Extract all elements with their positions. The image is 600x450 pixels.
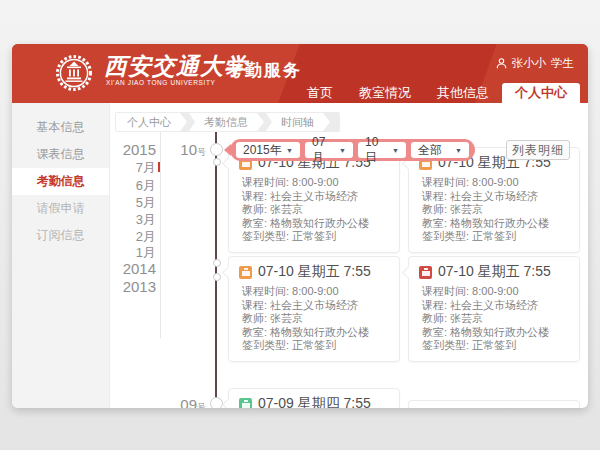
card-field-course-time: 课程时间: 8:00-9:00 bbox=[419, 176, 569, 190]
breadcrumb-attendance-info[interactable]: 考勤信息 bbox=[189, 113, 264, 131]
card-field-course: 课程: 社会主义市场经济 bbox=[239, 190, 389, 204]
attendance-card[interactable]: 07-10 星期五 7:55 课程时间: 8:00-9:00 课程: 社会主义市… bbox=[228, 256, 400, 362]
card-field-classroom: 教室: 格物致知行政办公楼 bbox=[419, 217, 569, 231]
nav-personal-center[interactable]: 个人中心 bbox=[502, 83, 580, 103]
breadcrumb: 个人中心 考勤信息 时间轴 bbox=[115, 112, 340, 132]
chevron-down-icon: ▼ bbox=[286, 147, 293, 154]
app-header: 西安交通大学 XI'AN JIAO TONG UNIVERSITY 考勤服务 张… bbox=[12, 44, 588, 103]
breadcrumb-timeline[interactable]: 时间轴 bbox=[266, 113, 330, 131]
chevron-down-icon: ▼ bbox=[455, 147, 462, 154]
app-window: 西安交通大学 XI'AN JIAO TONG UNIVERSITY 考勤服务 张… bbox=[12, 44, 588, 408]
day-number: 09 bbox=[180, 396, 197, 408]
timeline-node bbox=[213, 158, 221, 166]
card-header: 07-10 星期五 7:55 bbox=[239, 263, 389, 281]
card-field-course-time: 课程时间: 8:00-9:00 bbox=[419, 285, 569, 299]
card-date: 07-09 星期四 7:55 bbox=[258, 395, 371, 408]
status-calendar-icon bbox=[239, 266, 252, 279]
card-field-signin-type: 签到类型: 正常签到 bbox=[419, 230, 569, 244]
person-icon bbox=[496, 58, 507, 69]
card-field-teacher: 教师: 张芸京 bbox=[239, 312, 389, 326]
card-field-signin-type: 签到类型: 正常签到 bbox=[419, 339, 569, 353]
day-suffix: 号 bbox=[197, 402, 206, 408]
month-dropdown[interactable]: 07月 ▼ bbox=[305, 142, 353, 158]
card-field-classroom: 教室: 格物致知行政办公楼 bbox=[239, 217, 389, 231]
card-field-course: 课程: 社会主义市场经济 bbox=[419, 190, 569, 204]
card-header: 07-09 星期四 7:55 bbox=[239, 395, 389, 408]
card-field-classroom: 教室: 格物致知行政办公楼 bbox=[239, 326, 389, 340]
axis-year[interactable]: 2013 bbox=[123, 278, 156, 295]
nav-other-info[interactable]: 其他信息 bbox=[424, 83, 502, 103]
chevron-down-icon: ▼ bbox=[339, 147, 346, 154]
axis-month[interactable]: 7月 bbox=[136, 159, 156, 177]
card-field-classroom: 教室: 格物致知行政办公楼 bbox=[419, 326, 569, 340]
day-dropdown-value: 10日 bbox=[365, 135, 388, 166]
timeline-node bbox=[210, 143, 223, 156]
card-field-teacher: 教师: 张芸京 bbox=[419, 203, 569, 217]
day-marker-label: 10号 bbox=[162, 141, 206, 159]
year-dropdown[interactable]: 2015年 ▼ bbox=[236, 142, 300, 158]
card-field-course-time: 课程时间: 8:00-9:00 bbox=[239, 285, 389, 299]
attendance-card[interactable]: 07-09 星期四 7:55 bbox=[228, 388, 400, 408]
day-marker-label: 09号 bbox=[162, 396, 206, 408]
sidebar-item-leave-request[interactable]: 请假申请 bbox=[12, 195, 109, 222]
attendance-card[interactable]: 07-10 星期五 7:55 课程时间: 8:00-9:00 课程: 社会主义市… bbox=[408, 147, 580, 253]
current-month-marker bbox=[158, 162, 160, 172]
day-suffix: 号 bbox=[197, 147, 206, 157]
sidebar-item-subscription-info[interactable]: 订阅信息 bbox=[12, 222, 109, 249]
sidebar-item-basic-info[interactable]: 基本信息 bbox=[12, 114, 109, 141]
sidebar-item-schedule-info[interactable]: 课表信息 bbox=[12, 141, 109, 168]
user-name: 张小小 bbox=[512, 56, 547, 71]
card-field-teacher: 教师: 张芸京 bbox=[419, 312, 569, 326]
nav-home[interactable]: 首页 bbox=[294, 83, 346, 103]
day-dropdown[interactable]: 10日 ▼ bbox=[358, 142, 406, 158]
card-date: 07-10 星期五 7:55 bbox=[438, 263, 551, 281]
card-field-signin-type: 签到类型: 正常签到 bbox=[239, 339, 389, 353]
timeline-node bbox=[213, 273, 221, 281]
type-dropdown[interactable]: 全部 ▼ bbox=[411, 142, 469, 158]
day-number: 10 bbox=[180, 141, 197, 158]
year-axis-line bbox=[160, 132, 161, 338]
nav-classrooms[interactable]: 教室情况 bbox=[346, 83, 424, 103]
timeline-node bbox=[213, 259, 221, 267]
card-field-course-time: 课程时间: 8:00-9:00 bbox=[239, 176, 389, 190]
breadcrumb-personal-center[interactable]: 个人中心 bbox=[116, 113, 187, 131]
attendance-card-partial[interactable] bbox=[408, 400, 580, 408]
month-dropdown-value: 07月 bbox=[312, 135, 335, 166]
card-field-course: 课程: 社会主义市场经济 bbox=[239, 299, 389, 313]
card-date: 07-10 星期五 7:55 bbox=[258, 263, 371, 281]
main-nav: 首页 教室情况 其他信息 个人中心 bbox=[294, 83, 580, 103]
axis-month[interactable]: 5月 bbox=[136, 194, 156, 212]
axis-month[interactable]: 3月 bbox=[136, 211, 156, 229]
sidebar: 基本信息 课表信息 考勤信息 请假申请 订阅信息 bbox=[12, 103, 110, 408]
sidebar-item-attendance-info[interactable]: 考勤信息 bbox=[12, 168, 109, 195]
university-name-en: XI'AN JIAO TONG UNIVERSITY bbox=[106, 79, 215, 86]
status-calendar-icon bbox=[239, 398, 252, 409]
app-title: 考勤服务 bbox=[226, 59, 302, 82]
axis-year[interactable]: 2015 bbox=[123, 141, 156, 158]
type-dropdown-value: 全部 bbox=[418, 142, 442, 159]
list-detail-button[interactable]: 列表明细 bbox=[506, 140, 570, 160]
timeline-node bbox=[210, 397, 223, 408]
date-filter-bar: 2015年 ▼ 07月 ▼ 10日 ▼ 全部 ▼ bbox=[230, 139, 475, 161]
axis-month[interactable]: 6月 bbox=[136, 177, 156, 195]
university-logo-icon bbox=[54, 53, 94, 93]
card-header: 07-10 星期五 7:55 bbox=[419, 263, 569, 281]
attendance-card[interactable]: 07-10 星期五 7:55 课程时间: 8:00-9:00 课程: 社会主义市… bbox=[408, 256, 580, 362]
card-field-teacher: 教师: 张芸京 bbox=[239, 203, 389, 217]
year-dropdown-value: 2015年 bbox=[243, 142, 282, 159]
user-info[interactable]: 张小小 学生 bbox=[496, 56, 575, 71]
timeline-line bbox=[215, 132, 217, 408]
chevron-down-icon: ▼ bbox=[392, 147, 399, 154]
user-role: 学生 bbox=[551, 56, 574, 71]
card-field-signin-type: 签到类型: 正常签到 bbox=[239, 230, 389, 244]
status-seal-icon bbox=[419, 266, 432, 279]
card-field-course: 课程: 社会主义市场经济 bbox=[419, 299, 569, 313]
axis-year[interactable]: 2014 bbox=[123, 260, 156, 277]
